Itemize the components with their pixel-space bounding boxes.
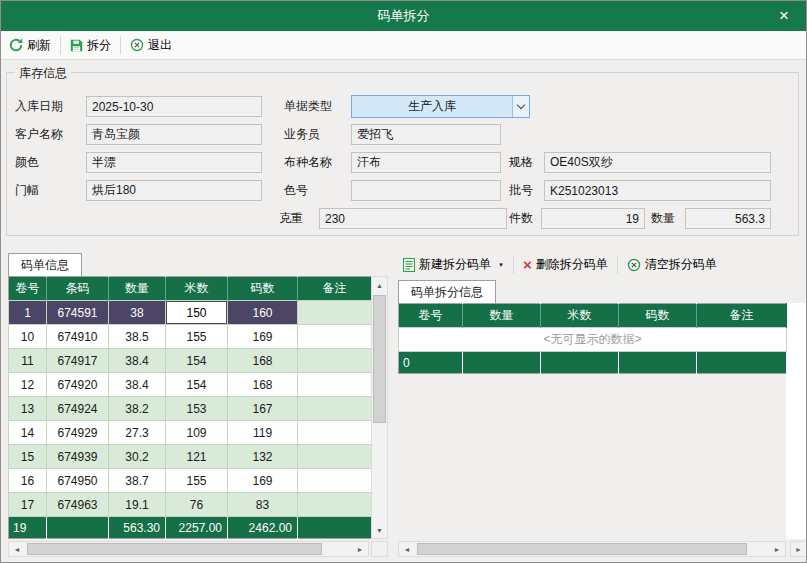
split-hscrollbar[interactable]: ◄ ► — [398, 541, 786, 557]
column-header[interactable]: 数量 — [463, 304, 541, 328]
doc-type-select[interactable]: 生产入库 — [351, 95, 530, 118]
cell[interactable]: 674950 — [47, 469, 109, 493]
quantity-input[interactable] — [685, 208, 771, 229]
pieces-input[interactable] — [541, 208, 645, 229]
cell[interactable]: 169 — [228, 469, 298, 493]
cell[interactable] — [298, 469, 372, 493]
cell[interactable]: 160 — [228, 301, 298, 325]
cell[interactable] — [298, 373, 372, 397]
column-header[interactable]: 备注 — [298, 277, 372, 301]
cell[interactable] — [298, 349, 372, 373]
scroll-right-arrow-icon[interactable]: ► — [352, 542, 368, 556]
column-header[interactable]: 码数 — [619, 304, 697, 328]
column-header[interactable]: 米数 — [166, 277, 228, 301]
scroll-left-arrow-icon[interactable]: ◄ — [399, 542, 415, 556]
table-row[interactable]: 1167491738.4154168 — [9, 349, 372, 373]
scroll-right-arrow-icon[interactable]: ► — [769, 542, 785, 556]
column-header[interactable]: 码数 — [228, 277, 298, 301]
column-header[interactable]: 条码 — [47, 277, 109, 301]
inbound-date-input[interactable] — [86, 96, 262, 117]
column-header[interactable]: 米数 — [541, 304, 619, 328]
spec-input[interactable] — [544, 152, 771, 173]
combo-dropdown-button[interactable] — [512, 96, 529, 117]
salesman-input[interactable] — [351, 124, 501, 145]
cell[interactable]: 119 — [228, 421, 298, 445]
tab-split-info[interactable]: 码单拆分信息 — [398, 280, 496, 303]
scroll-right-arrow-icon[interactable]: ► — [790, 541, 807, 557]
cell[interactable]: 150 — [166, 301, 228, 325]
tab-packing-info[interactable]: 码单信息 — [8, 253, 82, 276]
fabric-input[interactable] — [351, 152, 501, 173]
cell[interactable]: 38.7 — [109, 469, 166, 493]
cell[interactable] — [298, 445, 372, 469]
cell[interactable]: 674910 — [47, 325, 109, 349]
column-header[interactable]: 卷号 — [399, 304, 463, 328]
cell[interactable]: 168 — [228, 349, 298, 373]
cell[interactable]: 155 — [166, 325, 228, 349]
cell[interactable]: 38.4 — [109, 349, 166, 373]
cell[interactable]: 10 — [9, 325, 47, 349]
cell[interactable]: 38.4 — [109, 373, 166, 397]
cell[interactable]: 76 — [166, 493, 228, 517]
cell[interactable]: 674924 — [47, 397, 109, 421]
cell[interactable]: 154 — [166, 349, 228, 373]
cell[interactable]: 674917 — [47, 349, 109, 373]
split-button[interactable]: 拆分 — [65, 34, 116, 57]
cell[interactable]: 167 — [228, 397, 298, 421]
scroll-left-arrow-icon[interactable]: ◄ — [9, 542, 25, 556]
exit-button[interactable]: 退出 — [125, 34, 177, 57]
cell[interactable]: 169 — [228, 325, 298, 349]
column-header[interactable]: 备注 — [697, 304, 787, 328]
table-row[interactable]: 1667495038.7155169 — [9, 469, 372, 493]
scroll-thumb[interactable] — [373, 295, 386, 423]
table-row[interactable]: 1267492038.4154168 — [9, 373, 372, 397]
cell[interactable]: 155 — [166, 469, 228, 493]
cell[interactable]: 83 — [228, 493, 298, 517]
width-input[interactable] — [86, 180, 262, 201]
cell[interactable]: 132 — [228, 445, 298, 469]
refresh-button[interactable]: 刷新 — [4, 34, 56, 57]
cell[interactable]: 14 — [9, 421, 47, 445]
cell[interactable]: 674929 — [47, 421, 109, 445]
close-button[interactable]: × — [771, 0, 797, 31]
table-row[interactable]: 1767496319.17683 — [9, 493, 372, 517]
cell[interactable]: 674963 — [47, 493, 109, 517]
packing-vscrollbar[interactable]: ▲ ▼ — [371, 276, 388, 539]
scroll-thumb[interactable] — [27, 543, 322, 555]
cell[interactable]: 12 — [9, 373, 47, 397]
table-row[interactable]: 1367492438.2153167 — [9, 397, 372, 421]
cell[interactable]: 13 — [9, 397, 47, 421]
cell[interactable] — [298, 421, 372, 445]
cell[interactable]: 38.2 — [109, 397, 166, 421]
cell[interactable]: 30.2 — [109, 445, 166, 469]
scroll-track[interactable] — [415, 542, 769, 556]
table-row[interactable]: 1567493930.2121132 — [9, 445, 372, 469]
cell[interactable]: 19.1 — [109, 493, 166, 517]
cell[interactable]: 153 — [166, 397, 228, 421]
scroll-track[interactable] — [25, 542, 352, 556]
batch-no-input[interactable] — [544, 180, 771, 201]
cell[interactable]: 38.5 — [109, 325, 166, 349]
cell[interactable] — [298, 301, 372, 325]
scroll-up-arrow-icon[interactable]: ▲ — [372, 277, 387, 293]
cell[interactable]: 15 — [9, 445, 47, 469]
cell[interactable]: 674939 — [47, 445, 109, 469]
cell[interactable]: 38 — [109, 301, 166, 325]
scroll-track[interactable] — [372, 293, 387, 522]
scroll-down-arrow-icon[interactable]: ▼ — [372, 522, 387, 538]
cell[interactable] — [298, 397, 372, 421]
cell[interactable]: 17 — [9, 493, 47, 517]
table-row[interactable]: 1067491038.5155169 — [9, 325, 372, 349]
cell[interactable]: 16 — [9, 469, 47, 493]
scroll-thumb[interactable] — [417, 543, 747, 555]
packing-hscrollbar[interactable]: ◄ ► — [8, 541, 369, 557]
cell[interactable]: 674920 — [47, 373, 109, 397]
cell[interactable]: 154 — [166, 373, 228, 397]
cell[interactable] — [298, 325, 372, 349]
customer-input[interactable] — [86, 124, 262, 145]
cell[interactable]: 121 — [166, 445, 228, 469]
cell[interactable]: 11 — [9, 349, 47, 373]
column-header[interactable]: 数量 — [109, 277, 166, 301]
color-input[interactable] — [86, 152, 262, 173]
cell[interactable]: 168 — [228, 373, 298, 397]
